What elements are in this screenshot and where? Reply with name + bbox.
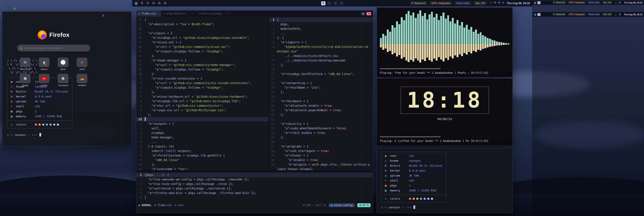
visualizer-bar-top (484, 37, 486, 44)
ghost-tag-icon[interactable]: ᗣ (164, 2, 166, 5)
terminal-color-swatches (409, 198, 433, 200)
editor-tab[interactable]: ❄flake.nix× (136, 11, 161, 17)
shortcut-youtube[interactable]: ▶youtube (36, 74, 52, 86)
visualizer-bar-bottom (403, 44, 405, 57)
shortcut-github[interactable]: github (55, 58, 71, 70)
project-chip: ▣ nixos-config (329, 203, 355, 207)
status-chip: Home: 8ms (587, 1, 601, 4)
visualizer-bar-top (473, 32, 474, 44)
workspace-4[interactable]: 4 (339, 1, 344, 6)
visualizer-bar (454, 10, 456, 65)
firefox-window[interactable]: New Tab + –□× ‹ › ↻ ≡ ⚙ Firefox (0, 0, 107, 109)
firefox-wordmark: Firefox (49, 32, 70, 38)
music-visualizer-window[interactable]: ===================================> Pla… (377, 7, 513, 77)
clock-widget[interactable]: Thu Aug 08, 18:18 (624, 2, 642, 4)
newtab-search-bar[interactable] (17, 45, 90, 52)
launcher-icon[interactable]: ▦ (534, 13, 536, 16)
neovim-editor-window[interactable]: ❄flake.nix×❄pkgs/default...×❄hosts/isoIm… (136, 10, 373, 213)
music-icon[interactable]: ♫ (490, 1, 492, 6)
visualizer-bar (392, 10, 394, 65)
cloudflare-cloud-icon: ☁ (80, 76, 84, 81)
visualizer-bar-top (450, 21, 451, 44)
eye-toggle-button[interactable]: ◉ (361, 12, 366, 15)
gear-icon[interactable]: ⚙ (618, 13, 621, 16)
code-text: "a">rtkit.enable = true; (277, 131, 373, 135)
visualizer-bar-bottom (450, 44, 451, 57)
shortcut-amazon[interactable]: aamazon (36, 58, 52, 70)
shortcut-cloudflare[interactable]: ☁cloudflare (74, 74, 90, 86)
music-icon[interactable]: ♫ (615, 1, 617, 4)
prompt-path: ~ (402, 206, 404, 209)
ghost-tag-icon[interactable]: ᗣ (152, 2, 155, 5)
shell-prompt[interactable]: ⌂ → canopus ~ ››› (381, 205, 415, 209)
clock-widget[interactable]: Thu Aug 08, 18:18 (507, 2, 530, 5)
editor-tab[interactable]: ❄pkgs/default...× (161, 11, 196, 17)
shortcut-chatgpt[interactable]: ❋chatgpt (17, 74, 33, 86)
launcher-icon[interactable]: ▦ (534, 1, 536, 4)
code-line: 18 "a">bluetooth.enable = true; (269, 103, 373, 108)
code-line: 4 home-manager, (136, 135, 268, 140)
pacman-tag-icon[interactable]: ᗧ (141, 2, 143, 5)
firefox-logo-icon (38, 30, 47, 40)
tab-close-icon[interactable]: × (227, 13, 228, 15)
launcher-icon[interactable]: ▦ (135, 1, 138, 5)
statusline: ◆ NORMAL ❄ flake.nix ⋔ main ⚙ LSP ~ null… (136, 202, 373, 208)
package-icon: ▣ (385, 183, 390, 187)
line-number: 9 (136, 158, 144, 162)
visualizer-bar-top (445, 19, 447, 44)
workspace-3[interactable]: 3 (333, 1, 338, 6)
workspace-1[interactable]: 1 (538, 13, 540, 16)
clock-widget[interactable]: Thu Aug 08, 18:18 (624, 13, 642, 16)
line-number: 8 (136, 153, 144, 158)
buffer-iso-config[interactable]: 1{1 pkgs,2 modulesPath,3 ...4}: {5 "a">i… (268, 17, 373, 170)
line-number: 23 (136, 117, 144, 122)
shortcut-search-nixos[interactable]: ❄search.nixos (17, 58, 33, 70)
workspace-1[interactable]: 1 (321, 1, 326, 6)
newtab-search-input[interactable] (24, 47, 87, 49)
ghost-tag-icon[interactable]: ᗣ (158, 2, 160, 5)
visualizer-bar-top (440, 16, 442, 44)
taglist: ᗧᗣᗣᗣᗣ (141, 2, 166, 5)
ghost-tag-icon[interactable]: ᗣ (146, 2, 149, 5)
shell-prompt[interactable]: ⌂ → canopus ~ ››› (7, 133, 126, 136)
visualizer-bar-top (464, 28, 465, 44)
buffer-flake-nix[interactable]: 22{21 "a">description = "tux's NixOS Fla… (136, 17, 268, 170)
buffer-pkgs-default[interactable]: 1{pkgs, ...}: {1 "a">tux-awesome-wm-conf… (136, 172, 373, 202)
line-number: 21 (136, 22, 144, 27)
play-icon: ▶ (44, 78, 45, 80)
code-text: inherit (self) outputs; (144, 149, 268, 153)
shortcut-claude[interactable]: ✳claude (74, 58, 90, 70)
window-close-button[interactable]: × (366, 12, 371, 15)
visualizer-bar-top (406, 14, 408, 44)
personalize-gear-icon[interactable]: ⚙ (102, 14, 104, 17)
status-icons: ♫✉⚙≡ (490, 1, 504, 6)
mode-indicator: ◆ NORMAL (138, 204, 152, 207)
code-text (277, 140, 373, 144)
workspace-2[interactable]: 2 (327, 1, 332, 6)
gear-icon[interactable]: ⚙ (618, 1, 621, 4)
gear-icon[interactable]: ⚙ (498, 1, 500, 6)
visualizer-bar-top (461, 22, 463, 44)
palette-icon: ✦ (11, 122, 16, 127)
menu-icon[interactable]: ≡ (502, 1, 504, 6)
editor-tab[interactable]: ❄hosts/isoImag...× (196, 11, 231, 17)
line-number: 10 (136, 162, 144, 167)
music-icon[interactable]: ♫ (615, 13, 617, 16)
workspace-1[interactable]: 1 (538, 1, 540, 4)
terminal-fetch-right[interactable]: ◉usertux⌂hnamecanopus❄distroNixOS 24.11 … (377, 148, 513, 213)
tab-close-icon[interactable]: × (157, 13, 159, 15)
visualizer-bar (401, 10, 403, 65)
shortcut-chat-openai[interactable]: ❋chat.openai (55, 74, 71, 86)
visualizer-bar (487, 10, 488, 65)
visualizer-bar (496, 10, 498, 65)
tab-close-icon[interactable]: × (192, 13, 193, 15)
clock-widget-window[interactable]: 18:18 08/08/24 =========================… (377, 78, 513, 146)
mail-icon[interactable]: ✉ (494, 1, 496, 6)
fetch-label: distro (390, 164, 409, 168)
line-number: 16 (136, 45, 144, 49)
code-line: 5 "a">nixos-hardware.url = "github:nixos… (136, 94, 268, 99)
visualizer-bar-bottom (387, 44, 389, 52)
code-text: "${modulesPath}/installer/cd-dvd/install… (277, 45, 373, 54)
command-line[interactable] (136, 208, 373, 213)
code-line: 1 pkgs, (269, 22, 373, 27)
